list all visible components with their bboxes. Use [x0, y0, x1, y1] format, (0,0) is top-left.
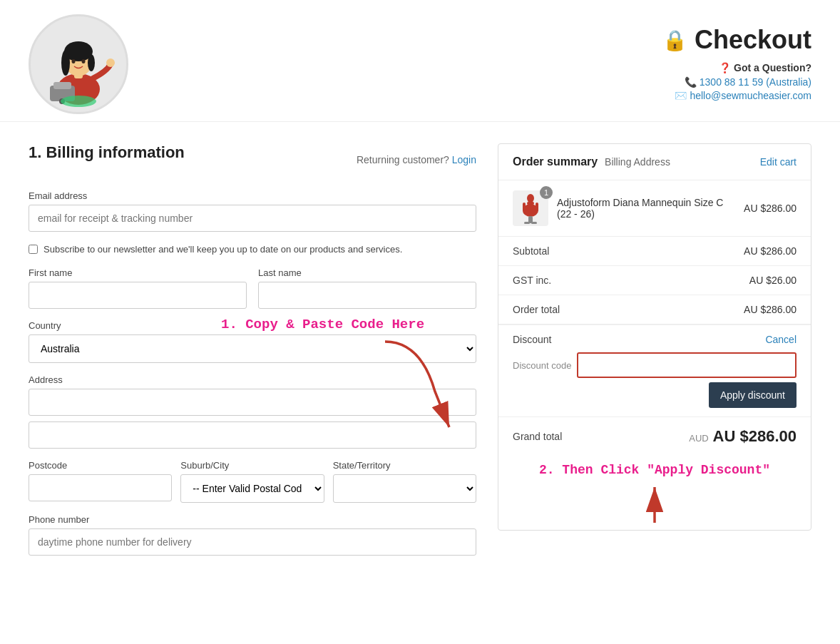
phone-link[interactable]: 1300 88 11 59 (Australia): [700, 76, 811, 88]
order-summary: Order summary Billing Address Edit cart: [498, 143, 811, 531]
mannequin-icon: [517, 193, 544, 224]
svg-rect-20: [523, 203, 526, 211]
product-price: AU $286.00: [744, 203, 797, 214]
first-name-label: First name: [29, 267, 247, 278]
postcode-label: Postcode: [29, 460, 172, 471]
grand-total-value-group: AUD AU $286.00: [689, 427, 797, 446]
arrow-2: [626, 480, 683, 523]
svg-rect-18: [524, 222, 530, 224]
logo-image: [36, 21, 121, 107]
order-total-value: AU $286.00: [744, 304, 797, 315]
returning-customer: Returning customer? Login: [357, 154, 476, 165]
suburb-group: Suburb/City -- Enter Valid Postal Cod: [180, 460, 324, 503]
contact-info: ❓ Got a Question? 📞 1300 88 11 59 (Austr…: [662, 62, 811, 101]
order-total-label: Order total: [513, 304, 560, 315]
section-header: 1. Billing information Returning custome…: [29, 143, 476, 176]
first-name-group: First name: [29, 267, 247, 309]
address-input-2[interactable]: [29, 421, 476, 449]
country-label: Country: [29, 320, 476, 331]
subtotal-row: Subtotal AU $286.00: [498, 237, 811, 266]
phone-group: Phone number: [29, 514, 476, 556]
grand-total-currency: AUD: [689, 433, 708, 444]
grand-total-row: Grand total AUD AU $286.00: [498, 417, 811, 456]
email-label: Email address: [29, 190, 476, 201]
product-image-wrapper: 1: [513, 190, 548, 226]
summary-title-group: Order summary Billing Address: [513, 155, 670, 168]
summary-title: Order summary: [513, 155, 598, 168]
login-link[interactable]: Login: [452, 154, 476, 165]
checkout-title: 🔒 Checkout: [662, 25, 811, 55]
subtotal-label: Subtotal: [513, 245, 549, 257]
main-content: 1. Billing information Returning custome…: [0, 122, 840, 588]
name-row: First name Last name: [29, 267, 476, 320]
svg-rect-21: [536, 203, 538, 211]
discount-input-row: Discount code: [513, 352, 797, 378]
country-select[interactable]: Australia: [29, 334, 476, 363]
state-select[interactable]: [333, 474, 476, 503]
lock-icon: 🔒: [662, 29, 687, 52]
address-label: Address: [29, 374, 476, 385]
address-group: Address: [29, 374, 476, 449]
cancel-link[interactable]: Cancel: [765, 334, 797, 345]
newsletter-label[interactable]: Subscribe to our newsletter and we'll ke…: [43, 243, 402, 256]
checkout-title-text: Checkout: [695, 25, 811, 55]
phone-input[interactable]: [29, 528, 476, 556]
annotation-step2: 2. Then Click "Apply Discount": [498, 456, 811, 480]
first-name-input[interactable]: [29, 282, 247, 309]
discount-code-label: Discount code: [513, 360, 571, 371]
newsletter-group: Subscribe to our newsletter and we'll ke…: [29, 243, 476, 256]
discount-header: Discount Cancel: [513, 334, 797, 345]
phone-label: Phone number: [29, 514, 476, 525]
apply-discount-button[interactable]: Apply discount: [709, 382, 797, 408]
svg-point-8: [106, 58, 115, 67]
edit-cart-link[interactable]: Edit cart: [760, 156, 797, 168]
postcode-input[interactable]: [29, 474, 172, 501]
page-header: 🔒 Checkout ❓ Got a Question? 📞 1300 88 1…: [0, 0, 840, 122]
discount-label: Discount: [513, 334, 551, 345]
order-total-row: Order total AU $286.00: [498, 295, 811, 324]
svg-point-6: [72, 59, 76, 63]
svg-rect-19: [531, 222, 537, 224]
last-name-label: Last name: [258, 267, 476, 278]
suburb-label: Suburb/City: [180, 460, 324, 471]
product-info: Adjustoform Diana Mannequin Size C (22 -…: [557, 197, 735, 220]
phone-line: 📞 1300 88 11 59 (Australia): [662, 76, 811, 88]
newsletter-checkbox[interactable]: [29, 245, 38, 254]
billing-form: 1. Billing information Returning custome…: [29, 143, 476, 567]
product-row: 1 Adjustoform Diana Mannequin Size C (22…: [498, 180, 811, 237]
logo: [29, 14, 128, 114]
discount-btn-row: Apply discount: [513, 382, 797, 408]
gst-value: AU $26.00: [749, 275, 797, 286]
state-label: State/Territory: [333, 460, 476, 471]
subtotal-value: AU $286.00: [744, 245, 797, 257]
svg-point-4: [61, 50, 70, 76]
email-group: Email address: [29, 190, 476, 232]
svg-point-14: [527, 194, 534, 203]
product-quantity-badge: 1: [540, 186, 553, 199]
svg-rect-10: [53, 82, 71, 89]
summary-billing-address: Billing Address: [605, 156, 670, 168]
question-label: ❓ Got a Question?: [662, 62, 811, 73]
grand-total-value: AU $286.00: [713, 427, 797, 445]
header-right: 🔒 Checkout ❓ Got a Question? 📞 1300 88 1…: [662, 25, 811, 103]
grand-total-label: Grand total: [513, 431, 562, 442]
svg-point-12: [61, 96, 96, 107]
postcode-group: Postcode: [29, 460, 172, 503]
suburb-select[interactable]: -- Enter Valid Postal Cod: [180, 474, 324, 503]
address-input-1[interactable]: [29, 389, 476, 416]
state-group: State/Territory: [333, 460, 476, 503]
arrow-2-container: [498, 480, 811, 530]
email-line: ✉️ hello@sewmucheasier.com: [662, 90, 811, 101]
email-input[interactable]: [29, 205, 476, 232]
last-name-input[interactable]: [258, 282, 476, 309]
gst-row: GST inc. AU $26.00: [498, 266, 811, 295]
product-name: Adjustoform Diana Mannequin Size C (22 -…: [557, 197, 735, 220]
section-title: 1. Billing information: [29, 143, 185, 162]
location-row: Postcode Suburb/City -- Enter Valid Post…: [29, 460, 476, 514]
last-name-group: Last name: [258, 267, 476, 309]
discount-section: Discount Cancel Discount code Apply disc…: [498, 324, 811, 417]
email-link[interactable]: hello@sewmucheasier.com: [690, 90, 811, 101]
summary-header: Order summary Billing Address Edit cart: [498, 144, 811, 180]
svg-point-7: [82, 59, 86, 63]
discount-code-input[interactable]: [577, 352, 797, 378]
